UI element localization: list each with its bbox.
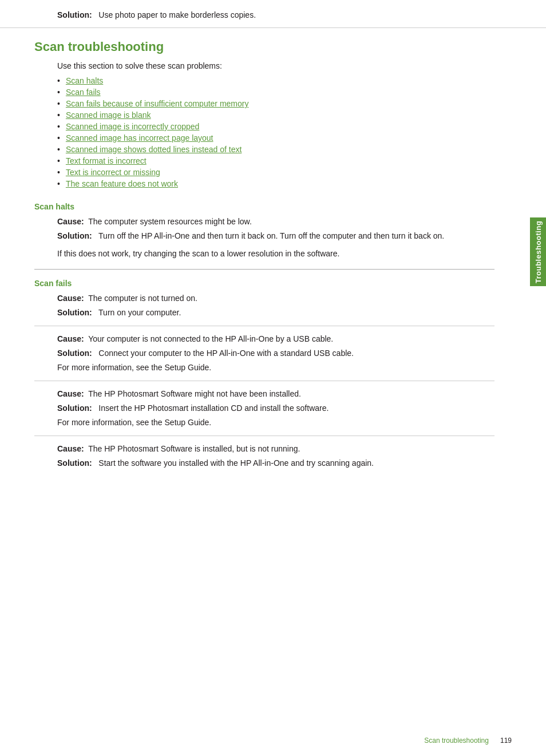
cause-text-sf-2: Cause: The HP Photosmart Software might … xyxy=(57,388,494,400)
section-divider-1 xyxy=(34,269,494,270)
extra-text-sf-1: For more information, see the Setup Guid… xyxy=(57,362,494,374)
cause-solution-sf-3: Cause: The HP Photosmart Software is ins… xyxy=(57,443,494,469)
cause-label-sf-2: Cause: xyxy=(57,389,84,398)
toc-link-scan-fails[interactable]: Scan fails xyxy=(66,88,101,97)
top-solution-label: Solution: xyxy=(57,10,92,19)
cause-label-sf-3: Cause: xyxy=(57,444,84,453)
solution-text-sf-0: Solution: Turn on your computer. xyxy=(57,307,494,319)
solution-text-sf-3: Solution: Start the software you install… xyxy=(57,457,494,469)
solution-label-sf-1: Solution: xyxy=(57,349,92,358)
solution-detail-1: Turn off the HP All-in-One and then turn… xyxy=(98,231,444,240)
list-item: Scanned image is blank xyxy=(57,110,494,120)
list-item: Scanned image has incorrect page layout xyxy=(57,133,494,143)
cause-solution-1: Cause: The computer system resources mig… xyxy=(57,216,494,242)
list-item: Text is incorrect or missing xyxy=(57,168,494,177)
solution-label-sf-0: Solution: xyxy=(57,308,92,317)
cause-solution-sf-2: Cause: The HP Photosmart Software might … xyxy=(57,388,494,429)
top-solution-block: Solution: Use photo paper to make border… xyxy=(0,0,546,28)
footer-page-number: 119 xyxy=(500,737,512,745)
thin-divider-sf-1 xyxy=(34,381,494,381)
toc-link-scan-halts[interactable]: Scan halts xyxy=(66,76,103,85)
list-item: Scanned image is incorrectly cropped xyxy=(57,122,494,131)
cause-solution-sf-1: Cause: Your computer is not connected to… xyxy=(57,333,494,374)
extra-text-sf-2: For more information, see the Setup Guid… xyxy=(57,417,494,429)
toc-link-scanned-cropped[interactable]: Scanned image is incorrectly cropped xyxy=(66,122,199,131)
subsection-heading-scan-halts: Scan halts xyxy=(34,202,494,211)
toc-list: Scan halts Scan fails Scan fails because… xyxy=(57,76,494,188)
extra-text-1: If this does not work, try changing the … xyxy=(57,248,494,260)
section-heading: Scan troubleshooting xyxy=(34,39,494,54)
cause-detail-sf-0: The computer is not turned on. xyxy=(88,294,197,303)
solution-label-1: Solution: xyxy=(57,231,92,240)
sidebar-tab: Troubleshooting xyxy=(530,217,546,286)
solution-label-sf-2: Solution: xyxy=(57,403,92,413)
toc-link-text-format[interactable]: Text format is incorrect xyxy=(66,156,147,165)
solution-detail-sf-2: Insert the HP Photosmart installation CD… xyxy=(98,403,329,413)
solution-text-sf-2: Solution: Insert the HP Photosmart insta… xyxy=(57,402,494,414)
toc-link-scanned-dotted[interactable]: Scanned image shows dotted lines instead… xyxy=(66,145,242,154)
solution-detail-sf-3: Start the software you installed with th… xyxy=(98,458,374,468)
cause-text-sf-0: Cause: The computer is not turned on. xyxy=(57,292,494,304)
cause-solution-sf-0: Cause: The computer is not turned on. So… xyxy=(57,292,494,319)
solution-detail-sf-0: Turn on your computer. xyxy=(98,308,181,317)
cause-text-sf-3: Cause: The HP Photosmart Software is ins… xyxy=(57,443,494,455)
toc-link-scan-feature[interactable]: The scan feature does not work xyxy=(66,179,178,188)
thin-divider-sf-2 xyxy=(34,436,494,436)
subsection-heading-scan-fails: Scan fails xyxy=(34,279,494,288)
top-solution-text: Use photo paper to make borderless copie… xyxy=(98,10,256,19)
toc-link-text-incorrect[interactable]: Text is incorrect or missing xyxy=(66,168,160,177)
cause-text-1: Cause: The computer system resources mig… xyxy=(57,216,494,228)
toc-link-scanned-blank[interactable]: Scanned image is blank xyxy=(66,110,151,120)
sidebar-label: Troubleshooting xyxy=(534,220,543,283)
intro-text: Use this section to solve these scan pro… xyxy=(57,61,494,70)
cause-label-sf-0: Cause: xyxy=(57,294,84,303)
page-footer: Scan troubleshooting 119 xyxy=(424,737,512,745)
solution-label-sf-3: Solution: xyxy=(57,458,92,468)
cause-detail-sf-1: Your computer is not connected to the HP… xyxy=(88,334,333,343)
cause-label-1: Cause: xyxy=(57,217,84,226)
list-item: Scanned image shows dotted lines instead… xyxy=(57,145,494,154)
list-item: Scan fails xyxy=(57,88,494,97)
subsection-scan-fails: Scan fails Cause: The computer is not tu… xyxy=(34,279,494,469)
toc-link-scanned-layout[interactable]: Scanned image has incorrect page layout xyxy=(66,133,213,143)
solution-text-sf-1: Solution: Connect your computer to the H… xyxy=(57,347,494,359)
cause-detail-1: The computer system resources might be l… xyxy=(88,217,252,226)
main-content: Scan troubleshooting Use this section to… xyxy=(0,28,529,486)
subsection-scan-halts: Scan halts Cause: The computer system re… xyxy=(34,202,494,260)
list-item: Text format is incorrect xyxy=(57,156,494,165)
solution-detail-sf-1: Connect your computer to the HP All-in-O… xyxy=(98,349,354,358)
list-item: Scan halts xyxy=(57,76,494,85)
list-item: The scan feature does not work xyxy=(57,179,494,188)
cause-text-sf-1: Cause: Your computer is not connected to… xyxy=(57,333,494,345)
page-container: Solution: Use photo paper to make border… xyxy=(0,0,546,756)
solution-text-1: Solution: Turn off the HP All-in-One and… xyxy=(57,230,494,242)
cause-label-sf-1: Cause: xyxy=(57,334,84,343)
cause-detail-sf-3: The HP Photosmart Software is installed,… xyxy=(88,444,300,453)
cause-detail-sf-2: The HP Photosmart Software might not hav… xyxy=(88,389,301,398)
thin-divider-sf-0 xyxy=(34,326,494,326)
toc-link-scan-fails-memory[interactable]: Scan fails because of insufficient compu… xyxy=(66,99,249,108)
list-item: Scan fails because of insufficient compu… xyxy=(57,99,494,108)
footer-section-label: Scan troubleshooting xyxy=(424,737,489,745)
